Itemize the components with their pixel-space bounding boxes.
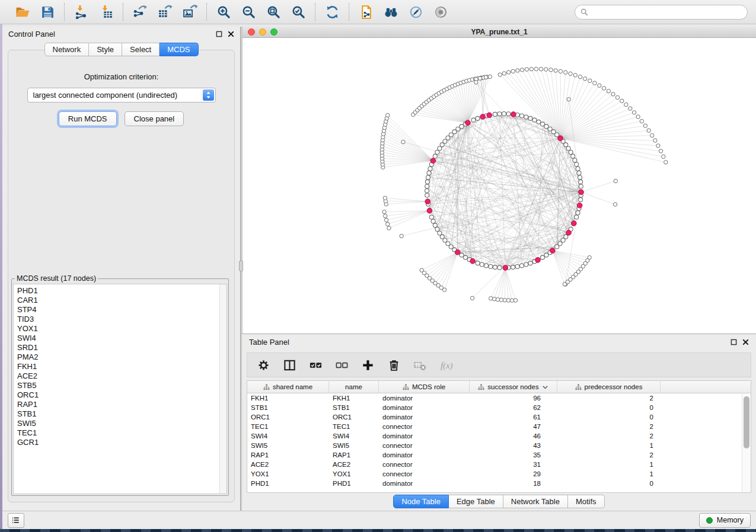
table-row[interactable]: TEC1TEC1connector472 [247,422,751,431]
task-history-button[interactable] [8,513,24,528]
table-row[interactable]: FKH1FKH1dominator962 [247,393,751,403]
export-network-button[interactable] [132,4,148,20]
select-checked-icon [309,358,323,372]
table-row[interactable]: ORC1ORC1dominator610 [247,412,751,422]
close-table-panel-icon[interactable] [742,339,749,345]
network-title: YPA_prune.txt_1 [471,28,527,36]
cell-shared_name: ORC1 [247,414,329,421]
mcds-result-item[interactable]: SWI4 [14,334,227,343]
table-row[interactable]: SWI4SWI4dominator462 [247,431,751,441]
table-row[interactable]: ACE2ACE2connector311 [247,460,751,469]
tab-select[interactable]: Select [122,43,160,56]
network-graph[interactable] [243,38,756,334]
zoom-fit-button[interactable] [265,4,282,20]
mcds-result-list[interactable]: PHD1CAR1STP4TID3YOX1SWI4SRD1PMA2FKH1ACE2… [13,284,227,494]
toggle-columns-button[interactable] [281,357,298,373]
apply-layout-button[interactable] [324,4,340,20]
table-row[interactable]: RAP1RAP1dominator352 [247,450,751,460]
search-input[interactable] [592,8,742,16]
cell-shared_name: SWI5 [247,442,329,449]
run-mcds-button[interactable]: Run MCDS [59,111,117,126]
float-panel-icon[interactable] [216,31,222,37]
mcds-result-item[interactable]: PMA2 [14,352,227,362]
gear-icon [257,358,270,372]
mcds-result-item[interactable]: PHD1 [14,286,227,296]
search-box[interactable] [575,5,748,20]
table-scrollbar-thumb[interactable] [744,396,749,448]
close-window-icon[interactable] [248,28,255,36]
table-scrollbar[interactable] [742,394,751,492]
mcds-result-item[interactable]: SWI5 [14,419,227,428]
zoom-out-button[interactable] [240,4,257,20]
network-from-file-button[interactable] [358,4,374,20]
mcds-result-item[interactable]: RAP1 [14,400,227,409]
column-header-shared-name[interactable]: shared name [247,381,329,393]
float-table-panel-icon[interactable] [731,339,737,345]
memory-button[interactable]: Memory [699,513,751,528]
column-header-name[interactable]: name [329,381,379,393]
cell-shared_name: STB1 [247,404,329,411]
mcds-result-item[interactable]: CAR1 [14,296,227,305]
column-header-successor-nodes[interactable]: successor nodes [470,381,557,393]
mcds-result-item[interactable]: SRD1 [14,343,227,352]
tab-edge-table[interactable]: Edge Table [449,495,503,508]
splitter-handle[interactable] [239,261,243,271]
tab-network-table[interactable]: Network Table [503,495,568,508]
optimization-criterion-select[interactable]: largest connected component (undirected) [27,88,216,102]
table-row[interactable]: SWI5SWI5connector431 [247,441,751,450]
mcds-result-item[interactable]: YOX1 [14,324,227,334]
table-row[interactable]: YOX1YOX1connector291 [247,469,751,479]
mcds-list-scrollbar[interactable] [219,284,227,493]
node-table[interactable]: shared namenameMCDS rolesuccessor nodesp… [247,380,751,493]
find-button[interactable] [382,4,399,20]
tab-mcds[interactable]: MCDS [160,43,198,56]
column-header-predecessor-nodes[interactable]: predecessor nodes [557,381,661,393]
column-header-MCDS-role[interactable]: MCDS role [379,381,470,393]
network-canvas[interactable] [243,38,756,334]
network-title-bar[interactable]: YPA_prune.txt_1 [243,27,756,38]
zoom-selected-button[interactable] [290,4,307,20]
mcds-result-item[interactable]: STP4 [14,305,227,315]
tab-style[interactable]: Style [89,43,122,56]
select-all-button[interactable] [307,357,324,373]
import-network-button[interactable] [73,4,90,20]
export-table-button[interactable] [157,4,173,20]
mcds-result-item[interactable]: TID3 [14,315,227,324]
tab-node-table[interactable]: Node Table [393,495,449,508]
open-file-button[interactable] [14,4,31,20]
zoom-in-button[interactable] [215,4,232,20]
deselect-all-button[interactable] [333,357,350,373]
mcds-result-item[interactable]: ORC1 [14,390,227,400]
table-settings-button[interactable] [255,357,272,373]
cell-mcds_role: dominator [379,404,470,411]
cell-successor_nodes: 96 [470,395,557,402]
mcds-result-item[interactable]: ACE2 [14,371,227,381]
tab-motifs[interactable]: Motifs [568,495,605,508]
table-row[interactable]: PHD1PHD1dominator180 [247,479,751,488]
cell-shared_name: RAP1 [247,451,329,459]
save-session-button[interactable] [39,4,56,20]
hide-annotations-icon [409,5,423,20]
folder-open-icon [15,5,30,20]
delete-column-button[interactable] [385,357,402,373]
maximize-window-icon[interactable] [270,28,277,36]
show-graphics-button[interactable] [432,4,449,20]
export-image-button[interactable] [181,4,198,20]
import-table-button[interactable] [98,4,114,20]
eye-icon [433,5,448,20]
cell-successor_nodes: 61 [470,414,557,421]
minimize-window-icon[interactable] [259,28,266,36]
mcds-result-item[interactable]: GCR1 [14,438,227,447]
close-panel-icon[interactable] [228,31,234,37]
close-panel-button[interactable]: Close panel [125,111,184,126]
cell-mcds_role: dominator [379,480,470,487]
cell-name: FKH1 [329,395,379,402]
table-row[interactable]: STB1STB1dominator620 [247,403,751,412]
mcds-result-item[interactable]: STB1 [14,409,227,419]
create-column-button[interactable] [359,357,376,373]
mcds-result-item[interactable]: STB5 [14,381,227,390]
mcds-result-item[interactable]: TEC1 [14,428,227,438]
tab-network[interactable]: Network [44,43,89,56]
hide-annotations-button[interactable] [407,4,424,20]
mcds-result-item[interactable]: FKH1 [14,362,227,371]
